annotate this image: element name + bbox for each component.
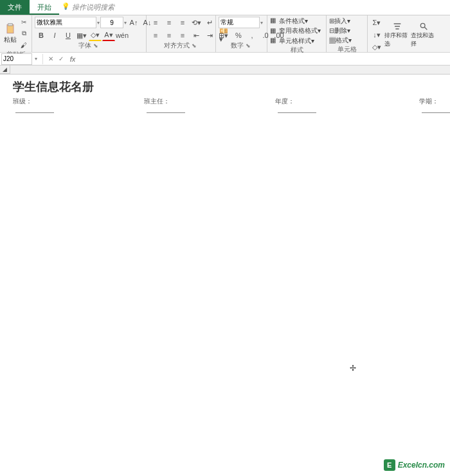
select-all-corner[interactable]: ◢	[0, 66, 10, 74]
align-center-icon[interactable]: ≡	[163, 30, 176, 41]
copy-icon[interactable]: ⧉	[19, 28, 29, 39]
phonetic-icon[interactable]: wén	[116, 30, 129, 41]
currency-icon[interactable]: 💴▾	[219, 30, 231, 41]
cancel-formula-icon[interactable]: ✕	[46, 54, 56, 64]
align-bottom-icon[interactable]: ≡	[176, 17, 189, 28]
watermark: E Excelcn.com	[384, 459, 445, 471]
font-size-select[interactable]	[100, 17, 123, 28]
formula-input[interactable]	[79, 53, 450, 65]
watermark-text: Excelcn.com	[398, 461, 445, 470]
fill-color-icon[interactable]: ◇▾	[89, 30, 102, 41]
ribbon: 粘贴 ✂ ⧉ 🖌 剪贴板 ⬊ ▾ ▾ A↑ A↓ B	[0, 15, 450, 53]
cell-cursor-icon: ✢	[350, 364, 356, 373]
wrap-text-icon[interactable]: ↵	[203, 17, 216, 28]
font-group-label: 字体	[78, 42, 91, 49]
alignment-group-label: 对齐方式	[164, 42, 190, 49]
percent-icon[interactable]: %	[232, 30, 245, 41]
tab-开始[interactable]: 开始	[30, 0, 59, 15]
number-group-label: 数字	[231, 42, 244, 49]
clear-icon[interactable]: ◇▾	[370, 41, 383, 53]
paste-button[interactable]: 粘贴	[3, 20, 17, 47]
font-launcher-icon[interactable]: ⬊	[93, 42, 100, 49]
svg-point-2	[420, 23, 425, 28]
sheet-title: 学生信息花名册	[0, 75, 450, 99]
conditional-format-button[interactable]: ▦条件格式▾	[270, 17, 308, 26]
increase-font-icon[interactable]: A↑	[127, 17, 140, 28]
align-top-icon[interactable]: ≡	[149, 17, 162, 28]
meta-year: 年度：	[275, 97, 316, 113]
indent-increase-icon[interactable]: ⇥	[203, 30, 216, 41]
fill-icon[interactable]: ↓▾	[370, 29, 383, 40]
border-icon[interactable]: ▦▾	[75, 30, 88, 41]
align-middle-icon[interactable]: ≡	[163, 17, 176, 28]
delete-cells-button[interactable]: ⊟删除▾	[329, 26, 350, 35]
align-left-icon[interactable]: ≡	[149, 30, 162, 41]
bold-icon[interactable]: B	[35, 30, 48, 41]
sort-filter-button[interactable]: 排序和筛选	[384, 21, 410, 48]
autosum-icon[interactable]: Σ▾	[370, 17, 383, 28]
orientation-icon[interactable]: ⟲▾	[190, 17, 203, 28]
paste-label: 粘贴	[4, 35, 17, 44]
formula-bar: ▾ ✕ ✓ fx	[0, 53, 450, 66]
meta-class: 班级：	[13, 97, 54, 113]
ribbon-tabs: 文件 开始 操作说明搜索	[0, 0, 450, 15]
fx-icon[interactable]: fx	[66, 55, 79, 63]
font-name-select[interactable]	[35, 17, 96, 28]
italic-icon[interactable]: I	[48, 30, 61, 41]
cut-icon[interactable]: ✂	[19, 17, 29, 27]
search-help[interactable]: 操作说明搜索	[59, 0, 122, 15]
alignment-launcher-icon[interactable]: ⬊	[192, 42, 198, 49]
meta-teacher: 班主任：	[144, 97, 185, 113]
spreadsheet-grid[interactable]: ◢ 学生信息花名册 班级： 班主任： 年度： 学期： ✢	[0, 66, 450, 476]
name-box[interactable]	[1, 53, 32, 65]
format-painter-icon[interactable]: 🖌	[19, 40, 29, 50]
cell-styles-button[interactable]: ▦单元格样式▾	[270, 37, 314, 46]
align-right-icon[interactable]: ≡	[176, 30, 189, 41]
find-select-button[interactable]: 查找和选择	[411, 21, 436, 48]
format-cells-button[interactable]: ▦格式▾	[329, 36, 352, 45]
format-as-table-button[interactable]: ▦套用表格格式▾	[270, 26, 321, 35]
number-launcher-icon[interactable]: ⬊	[246, 42, 252, 49]
meta-term: 学期：	[419, 97, 450, 113]
tab-file[interactable]: 文件	[0, 0, 30, 15]
font-color-icon[interactable]: A▾	[102, 30, 115, 41]
enter-formula-icon[interactable]: ✓	[56, 54, 66, 64]
comma-icon[interactable]: ,	[246, 30, 258, 41]
indent-decrease-icon[interactable]: ⇤	[190, 30, 203, 41]
insert-cells-button[interactable]: ⊞插入▾	[329, 17, 350, 26]
underline-icon[interactable]: U	[62, 30, 75, 41]
svg-line-3	[424, 27, 427, 30]
watermark-badge-icon: E	[384, 459, 395, 471]
svg-rect-1	[8, 24, 12, 26]
